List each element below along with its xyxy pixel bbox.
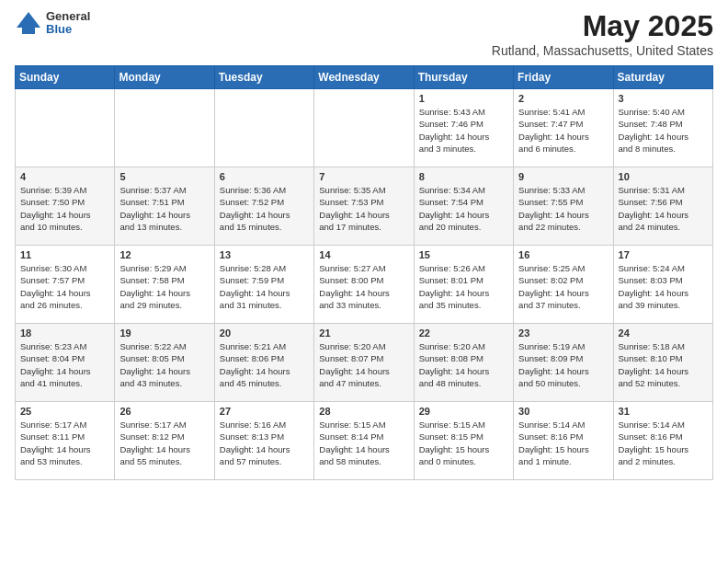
day-cell: 18Sunrise: 5:23 AM Sunset: 8:04 PM Dayli…	[16, 324, 115, 402]
day-cell: 20Sunrise: 5:21 AM Sunset: 8:06 PM Dayli…	[214, 324, 313, 402]
calendar-container: General Blue May 2025 Rutland, Massachus…	[0, 0, 728, 495]
day-cell: 12Sunrise: 5:29 AM Sunset: 7:58 PM Dayli…	[115, 246, 214, 324]
day-cell: 30Sunrise: 5:14 AM Sunset: 8:16 PM Dayli…	[514, 402, 613, 480]
day-number: 29	[419, 406, 508, 417]
day-cell: 19Sunrise: 5:22 AM Sunset: 8:05 PM Dayli…	[115, 324, 214, 402]
day-info: Sunrise: 5:36 AM Sunset: 7:52 PM Dayligh…	[220, 184, 309, 233]
day-number: 20	[220, 327, 309, 339]
weekday-header-row: SundayMondayTuesdayWednesdayThursdayFrid…	[16, 66, 713, 89]
day-info: Sunrise: 5:22 AM Sunset: 8:05 PM Dayligh…	[119, 340, 209, 389]
day-number: 2	[518, 93, 608, 104]
day-cell	[115, 89, 214, 167]
week-row-1: 1Sunrise: 5:43 AM Sunset: 7:46 PM Daylig…	[16, 89, 713, 167]
week-row-4: 18Sunrise: 5:23 AM Sunset: 8:04 PM Dayli…	[16, 324, 713, 402]
day-cell: 31Sunrise: 5:14 AM Sunset: 8:16 PM Dayli…	[613, 402, 712, 480]
week-row-5: 25Sunrise: 5:17 AM Sunset: 8:11 PM Dayli…	[16, 402, 713, 480]
day-number: 22	[419, 327, 508, 339]
calendar-table: SundayMondayTuesdayWednesdayThursdayFrid…	[15, 65, 713, 480]
day-info: Sunrise: 5:26 AM Sunset: 8:01 PM Dayligh…	[419, 262, 508, 311]
day-info: Sunrise: 5:33 AM Sunset: 7:55 PM Dayligh…	[518, 184, 608, 233]
month-title: May 2025	[492, 9, 713, 43]
day-number: 24	[619, 327, 708, 339]
weekday-header-thursday: Thursday	[414, 66, 513, 89]
day-cell	[314, 89, 414, 167]
day-number: 16	[518, 249, 608, 260]
day-number: 1	[419, 93, 508, 104]
logo-general: General	[46, 10, 90, 23]
day-cell: 24Sunrise: 5:18 AM Sunset: 8:10 PM Dayli…	[613, 324, 712, 402]
day-info: Sunrise: 5:15 AM Sunset: 8:14 PM Dayligh…	[319, 419, 408, 467]
day-info: Sunrise: 5:20 AM Sunset: 8:07 PM Dayligh…	[319, 340, 408, 389]
day-number: 19	[119, 327, 209, 339]
day-number: 4	[20, 171, 109, 182]
day-cell: 14Sunrise: 5:27 AM Sunset: 8:00 PM Dayli…	[314, 246, 414, 324]
day-number: 10	[619, 171, 708, 182]
day-number: 14	[319, 249, 408, 260]
day-info: Sunrise: 5:21 AM Sunset: 8:06 PM Dayligh…	[220, 340, 309, 389]
day-number: 3	[619, 93, 708, 104]
day-cell: 15Sunrise: 5:26 AM Sunset: 8:01 PM Dayli…	[414, 246, 513, 324]
day-info: Sunrise: 5:18 AM Sunset: 8:10 PM Dayligh…	[619, 340, 708, 389]
location: Rutland, Massachusetts, United States	[492, 43, 713, 58]
day-number: 6	[220, 171, 309, 182]
day-cell: 26Sunrise: 5:17 AM Sunset: 8:12 PM Dayli…	[115, 402, 214, 480]
day-info: Sunrise: 5:24 AM Sunset: 8:03 PM Dayligh…	[619, 262, 708, 311]
day-cell: 11Sunrise: 5:30 AM Sunset: 7:57 PM Dayli…	[16, 246, 115, 324]
logo-blue: Blue	[46, 23, 90, 36]
weekday-header-tuesday: Tuesday	[214, 66, 313, 89]
day-info: Sunrise: 5:40 AM Sunset: 7:48 PM Dayligh…	[619, 106, 708, 155]
day-cell: 27Sunrise: 5:16 AM Sunset: 8:13 PM Dayli…	[214, 402, 313, 480]
day-number: 9	[518, 171, 608, 182]
weekday-header-wednesday: Wednesday	[314, 66, 414, 89]
day-number: 23	[518, 327, 608, 339]
svg-marker-0	[17, 12, 40, 28]
day-cell: 17Sunrise: 5:24 AM Sunset: 8:03 PM Dayli…	[613, 246, 712, 324]
day-info: Sunrise: 5:15 AM Sunset: 8:15 PM Dayligh…	[419, 419, 508, 467]
day-cell	[214, 89, 313, 167]
day-info: Sunrise: 5:19 AM Sunset: 8:09 PM Dayligh…	[518, 340, 608, 389]
weekday-header-sunday: Sunday	[16, 66, 115, 89]
day-cell: 1Sunrise: 5:43 AM Sunset: 7:46 PM Daylig…	[414, 89, 513, 167]
day-number: 5	[119, 171, 209, 182]
day-info: Sunrise: 5:35 AM Sunset: 7:53 PM Dayligh…	[319, 184, 408, 233]
day-number: 26	[119, 406, 209, 417]
day-info: Sunrise: 5:31 AM Sunset: 7:56 PM Dayligh…	[619, 184, 708, 233]
day-number: 25	[20, 406, 109, 417]
day-cell: 2Sunrise: 5:41 AM Sunset: 7:47 PM Daylig…	[514, 89, 613, 167]
logo: General Blue	[15, 9, 90, 37]
day-info: Sunrise: 5:14 AM Sunset: 8:16 PM Dayligh…	[619, 419, 708, 467]
week-row-2: 4Sunrise: 5:39 AM Sunset: 7:50 PM Daylig…	[16, 167, 713, 246]
day-number: 28	[319, 406, 408, 417]
day-cell: 10Sunrise: 5:31 AM Sunset: 7:56 PM Dayli…	[613, 167, 712, 246]
day-info: Sunrise: 5:34 AM Sunset: 7:54 PM Dayligh…	[419, 184, 508, 233]
weekday-header-saturday: Saturday	[613, 66, 712, 89]
day-cell: 7Sunrise: 5:35 AM Sunset: 7:53 PM Daylig…	[314, 167, 414, 246]
logo-text: General Blue	[46, 10, 90, 37]
day-cell: 22Sunrise: 5:20 AM Sunset: 8:08 PM Dayli…	[414, 324, 513, 402]
day-number: 17	[619, 249, 708, 260]
day-cell: 8Sunrise: 5:34 AM Sunset: 7:54 PM Daylig…	[414, 167, 513, 246]
day-info: Sunrise: 5:30 AM Sunset: 7:57 PM Dayligh…	[20, 262, 109, 311]
day-cell: 9Sunrise: 5:33 AM Sunset: 7:55 PM Daylig…	[514, 167, 613, 246]
header: General Blue May 2025 Rutland, Massachus…	[15, 9, 713, 58]
day-cell: 29Sunrise: 5:15 AM Sunset: 8:15 PM Dayli…	[414, 402, 513, 480]
day-number: 12	[119, 249, 209, 260]
day-number: 30	[518, 406, 608, 417]
day-info: Sunrise: 5:25 AM Sunset: 8:02 PM Dayligh…	[518, 262, 608, 311]
day-info: Sunrise: 5:20 AM Sunset: 8:08 PM Dayligh…	[419, 340, 508, 389]
day-cell: 3Sunrise: 5:40 AM Sunset: 7:48 PM Daylig…	[613, 89, 712, 167]
day-cell: 13Sunrise: 5:28 AM Sunset: 7:59 PM Dayli…	[214, 246, 313, 324]
day-info: Sunrise: 5:39 AM Sunset: 7:50 PM Dayligh…	[20, 184, 109, 233]
day-cell: 23Sunrise: 5:19 AM Sunset: 8:09 PM Dayli…	[514, 324, 613, 402]
day-number: 15	[419, 249, 508, 260]
day-info: Sunrise: 5:17 AM Sunset: 8:12 PM Dayligh…	[119, 419, 209, 467]
week-row-3: 11Sunrise: 5:30 AM Sunset: 7:57 PM Dayli…	[16, 246, 713, 324]
day-info: Sunrise: 5:28 AM Sunset: 7:59 PM Dayligh…	[220, 262, 309, 311]
day-number: 8	[419, 171, 508, 182]
day-cell: 25Sunrise: 5:17 AM Sunset: 8:11 PM Dayli…	[16, 402, 115, 480]
day-info: Sunrise: 5:37 AM Sunset: 7:51 PM Dayligh…	[119, 184, 209, 233]
day-info: Sunrise: 5:23 AM Sunset: 8:04 PM Dayligh…	[20, 340, 109, 389]
day-cell: 4Sunrise: 5:39 AM Sunset: 7:50 PM Daylig…	[16, 167, 115, 246]
day-info: Sunrise: 5:14 AM Sunset: 8:16 PM Dayligh…	[518, 419, 608, 467]
day-info: Sunrise: 5:27 AM Sunset: 8:00 PM Dayligh…	[319, 262, 408, 311]
